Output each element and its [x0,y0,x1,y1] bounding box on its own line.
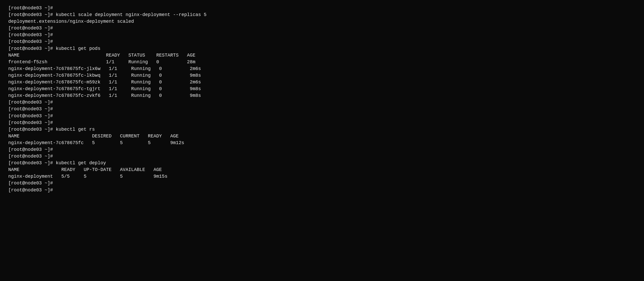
terminal-line: [root@node03 ~]# [8,99,636,106]
terminal-line: [root@node03 ~]# [8,5,636,11]
terminal-line: [root@node03 ~]# [8,146,636,153]
terminal-line: [root@node03 ~]# [8,25,636,32]
terminal-line: [root@node03 ~]# kubectl get rs [8,126,636,133]
terminal-line: [root@node03 ~]# [8,153,636,160]
terminal-line: [root@node03 ~]# [8,106,636,112]
terminal-line: [root@node03 ~]# kubectl scale deploymen… [8,11,636,18]
terminal-line: [root@node03 ~]# [8,180,636,186]
table-header-deploy: NAME READY UP-TO-DATE AVAILABLE AGE [8,166,636,173]
table-row: nginx-deployment-7c678675fc-zvkf6 1/1 Ru… [8,92,636,99]
terminal-line: deployment.extensions/nginx-deployment s… [8,18,636,25]
terminal-window[interactable]: [root@node03 ~]# [root@node03 ~]# kubect… [5,3,639,281]
table-row: nginx-deployment-7c678675fc 5 5 5 9m12s [8,139,636,146]
table-row: nginx-deployment 5/5 5 5 9m15s [8,173,636,180]
table-header-rs: NAME DESIRED CURRENT READY AGE [8,133,636,139]
terminal-line: [root@node03 ~]# [8,187,636,193]
terminal-line: [root@node03 ~]# [8,32,636,38]
terminal-line: [root@node03 ~]# [8,38,636,45]
table-row: nginx-deployment-7c678675fc-jlx6w 1/1 Ru… [8,65,636,72]
terminal-line: [root@node03 ~]# kubectl get pods [8,45,636,52]
terminal-line: [root@node03 ~]# [8,119,636,126]
table-row: frontend-f5zsh 1/1 Running 0 28m [8,59,636,65]
table-header-pods: NAME READY STATUS RESTARTS AGE [8,52,636,59]
terminal-line: [root@node03 ~]# kubectl get deploy [8,160,636,166]
table-row: nginx-deployment-7c678675fc-tgjrt 1/1 Ru… [8,85,636,92]
table-row: nginx-deployment-7c678675fc-m59zk 1/1 Ru… [8,79,636,85]
table-row: nginx-deployment-7c678675fc-lkbwq 1/1 Ru… [8,72,636,79]
terminal-line: [root@node03 ~]# [8,113,636,119]
